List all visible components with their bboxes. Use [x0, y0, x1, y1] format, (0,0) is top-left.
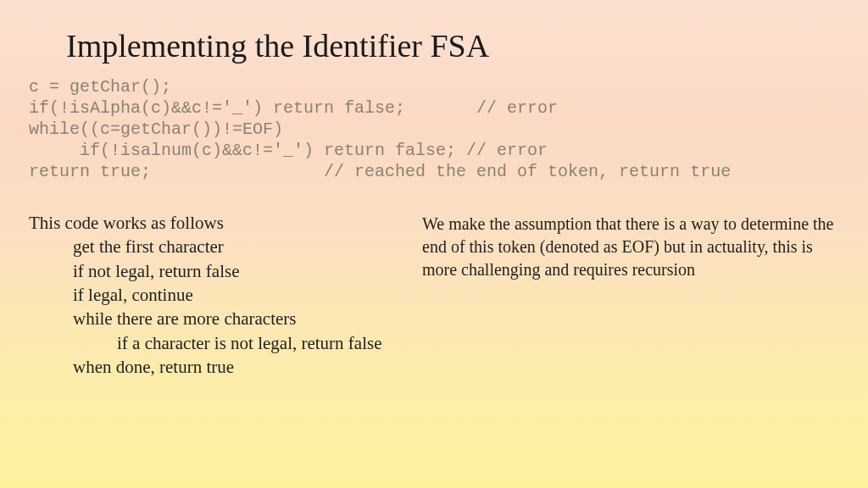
- code-line: return true; // reached the end of token…: [29, 162, 731, 181]
- right-column-note: We make the assumption that there is a w…: [422, 211, 868, 379]
- code-line: c = getChar();: [29, 77, 171, 97]
- page-title: Implementing the Identifier FSA: [0, 0, 868, 64]
- two-column-body: This code works as follows get the first…: [0, 182, 868, 379]
- explanation-step: when done, return true: [29, 355, 402, 379]
- explanation-step: if legal, continue: [29, 283, 402, 307]
- explanation-step: get the first character: [29, 235, 402, 258]
- explanation-step: if not legal, return false: [29, 259, 402, 283]
- code-line: if(!isAlpha(c)&&c!='_') return false; //…: [29, 98, 558, 118]
- code-line: if(!isalnum(c)&&c!='_') return false; //…: [29, 141, 548, 160]
- explanation-substep: if a character is not legal, return fals…: [29, 331, 402, 355]
- left-column-explanation: This code works as follows get the first…: [29, 211, 402, 379]
- explanation-step: while there are more characters: [29, 307, 402, 330]
- code-block: c = getChar(); if(!isAlpha(c)&&c!='_') r…: [0, 64, 868, 182]
- code-line: while((c=getChar())!=EOF): [29, 119, 283, 139]
- explanation-heading: This code works as follows: [29, 211, 402, 235]
